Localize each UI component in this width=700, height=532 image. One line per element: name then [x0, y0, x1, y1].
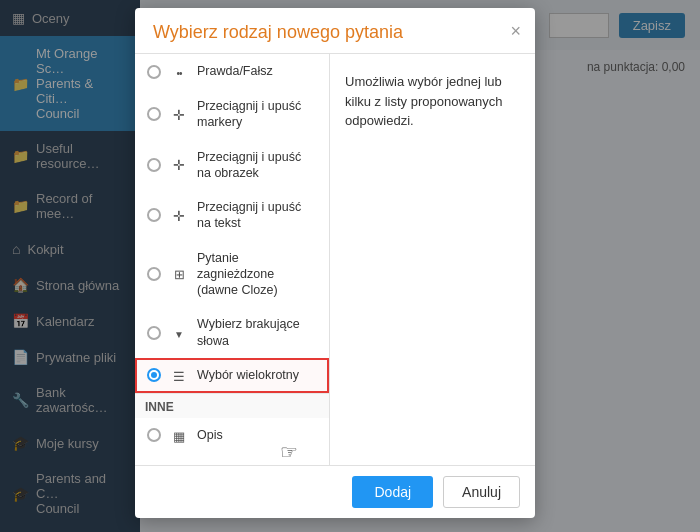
item-label-drag-marker: Przeciągnij i upuść markery — [197, 98, 317, 131]
item-label-multiple: Wybór wielokrotny — [197, 367, 299, 383]
list-item-prawda[interactable]: Prawda/Fałsz — [135, 54, 329, 89]
list-item-opis[interactable]: Opis — [135, 418, 329, 453]
radio-drag-text — [147, 208, 161, 222]
close-button[interactable]: × — [510, 22, 521, 40]
item-label-prawda: Prawda/Fałsz — [197, 63, 273, 79]
modal-dialog: Wybierz rodzaj nowego pytania × Prawda/F… — [135, 8, 535, 518]
radio-drag-marker — [147, 107, 161, 121]
list-item-drag-text[interactable]: Przeciągnij i upuść na tekst — [135, 190, 329, 241]
section-inne: INNE — [135, 393, 329, 418]
multiple-icon — [169, 367, 189, 384]
radio-nested — [147, 267, 161, 281]
item-label-opis: Opis — [197, 427, 223, 443]
desc-icon — [169, 427, 189, 444]
list-item-missing[interactable]: Wybierz brakujące słowa — [135, 307, 329, 358]
nested-icon — [169, 265, 189, 282]
item-label-missing: Wybierz brakujące słowa — [197, 316, 317, 349]
add-button[interactable]: Dodaj — [352, 476, 433, 508]
dots-icon — [169, 63, 189, 80]
modal-title: Wybierz rodzaj nowego pytania — [153, 22, 517, 43]
radio-prawda — [147, 65, 161, 79]
item-label-nested: Pytanie zagnieżdzone (dawne Cloze) — [197, 250, 317, 299]
modal-header: Wybierz rodzaj nowego pytania × — [135, 8, 535, 54]
radio-multiple — [147, 368, 161, 382]
list-item-multiple[interactable]: Wybór wielokrotny — [135, 358, 329, 393]
list-item-nested[interactable]: Pytanie zagnieżdzone (dawne Cloze) — [135, 241, 329, 308]
item-label-drag-img: Przeciągnij i upuść na obrazek — [197, 149, 317, 182]
description-panel: Umożliwia wybór jednej lub kilku z listy… — [330, 54, 535, 465]
modal-body: Prawda/Fałsz Przeciągnij i upuść markery… — [135, 54, 535, 465]
question-type-list: Prawda/Fałsz Przeciągnij i upuść markery… — [135, 54, 330, 465]
item-label-drag-text: Przeciągnij i upuść na tekst — [197, 199, 317, 232]
drag-img-icon — [169, 156, 189, 173]
modal-footer: Dodaj Anuluj — [135, 465, 535, 518]
cancel-button[interactable]: Anuluj — [443, 476, 520, 508]
radio-missing — [147, 326, 161, 340]
radio-opis — [147, 428, 161, 442]
radio-drag-img — [147, 158, 161, 172]
list-item-drag-img[interactable]: Przeciągnij i upuść na obrazek — [135, 140, 329, 191]
description-text: Umożliwia wybór jednej lub kilku z listy… — [345, 74, 503, 128]
list-item-drag-marker[interactable]: Przeciągnij i upuść markery — [135, 89, 329, 140]
drag-text-icon — [169, 207, 189, 224]
missing-icon — [169, 324, 189, 341]
drag-marker-icon — [169, 106, 189, 123]
